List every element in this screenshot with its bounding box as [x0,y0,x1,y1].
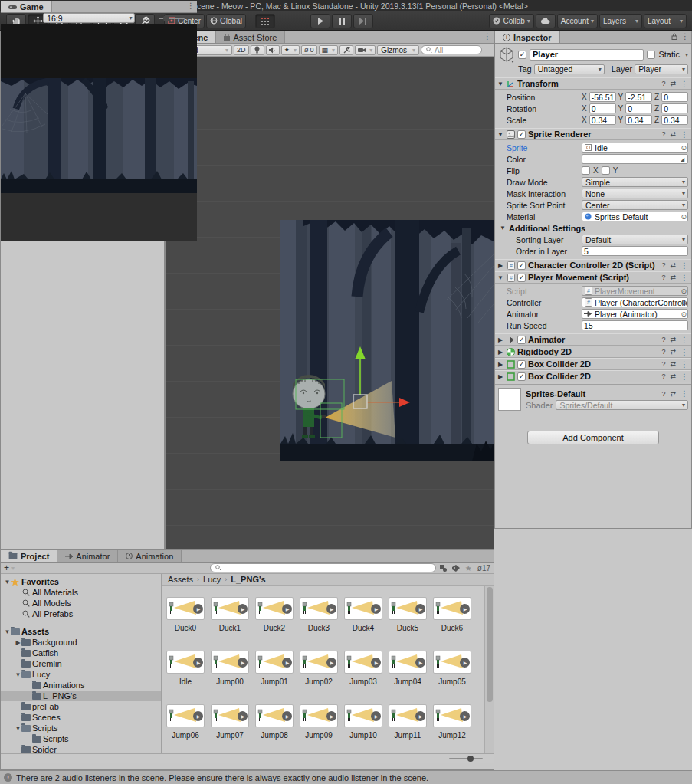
help-icon[interactable]: ? [661,336,665,343]
asset-jump05[interactable]: ▶Jump05 [433,651,471,686]
help-icon[interactable]: ? [661,261,665,269]
tab-project[interactable]: Project [1,550,57,562]
field-order-in-layer[interactable]: 5 [582,246,688,256]
hidden-packages-count[interactable]: ø17 [477,564,490,572]
asset-jump06[interactable]: ▶Jump06 [166,704,205,740]
field-rotation-z[interactable]: 0 [661,103,688,113]
object-field-sprite[interactable]: Idle⊙ [582,143,688,153]
thumbnail-size-slider[interactable] [449,758,483,759]
project-tree-item-all-models[interactable]: All Models [1,598,161,609]
sprite-play-icon[interactable]: ▶ [326,711,336,721]
sprite-play-icon[interactable]: ▶ [238,658,248,668]
help-icon[interactable]: ? [661,372,665,380]
sprite-play-icon[interactable]: ▶ [282,658,292,668]
dropdown-sorting-layer[interactable]: Default [582,235,688,244]
sprite-play-icon[interactable]: ▶ [193,711,203,721]
component-menu-icon[interactable]: ⋮ [681,80,688,88]
component-enabled-checkbox[interactable]: ✓ [517,261,526,270]
project-tree-item-background[interactable]: ▶Background [1,637,161,648]
tab-animator[interactable]: Animator [57,550,118,562]
dropdown-sprite-sort-point[interactable]: Center [582,200,688,210]
project-tree-item-scripts[interactable]: Scripts [1,733,161,744]
help-icon[interactable]: ? [661,274,665,281]
asset-duck3[interactable]: ▶Duck3 [300,597,338,632]
add-component-button[interactable]: Add Component [527,431,659,444]
object-field-controller[interactable]: #Player (CharacterController2D)⊙ [582,297,688,307]
material-preview-swatch[interactable] [498,388,521,411]
object-picker-icon[interactable]: ⊙ [681,287,687,295]
scene-camera-dropdown[interactable]: ▾ [355,45,376,55]
panel-menu-icon[interactable]: ⋮ [187,2,195,10]
project-tree-item-catfish[interactable]: Catfish [1,648,161,658]
layer-dropdown[interactable]: Player [635,64,688,74]
presets-icon[interactable]: ⇄ [670,261,676,269]
flip-x-checkbox[interactable] [582,166,590,175]
asset-jump02[interactable]: ▶Jump02 [300,651,338,686]
asset-jump07[interactable]: ▶Jump07 [211,704,249,740]
project-tree-item-all-materials[interactable]: All Materials [1,587,161,598]
object-picker-icon[interactable]: ⊙ [681,310,687,318]
asset-duck4[interactable]: ▶Duck4 [344,597,382,632]
sprite-play-icon[interactable]: ▶ [326,658,336,668]
audio-toggle-button[interactable] [266,45,280,55]
field-scale-z[interactable]: 0.34 [661,115,688,125]
help-icon[interactable]: ? [661,348,665,356]
presets-icon[interactable]: ⇄ [670,80,676,87]
lighting-toggle-button[interactable] [251,45,264,55]
sprite-play-icon[interactable]: ▶ [460,711,470,721]
effects-dropdown[interactable]: ✦▾ [281,45,300,55]
field-rotation-x[interactable]: 0 [589,103,616,113]
presets-icon[interactable]: ⇄ [670,348,676,356]
grid-visibility-dropdown[interactable]: ▦▾ [319,45,339,55]
component-menu-icon[interactable]: ⋮ [681,336,688,344]
static-dropdown-icon[interactable]: ▾ [685,51,688,58]
play-button[interactable] [310,14,330,28]
field-position-x[interactable]: -56.51 [589,92,616,102]
component-header-box-collider-2d[interactable]: ▶✓Box Collider 2D?⇄⋮ [495,358,691,370]
component-enabled-checkbox[interactable]: ✓ [517,336,526,344]
layout-dropdown[interactable]: Layout▾ [644,14,687,28]
color-field[interactable]: ◢ [582,154,688,164]
space-global-button[interactable]: Global [206,14,246,28]
component-menu-icon[interactable]: ⋮ [681,360,688,369]
help-icon[interactable]: ? [661,80,665,87]
favorites-star-icon[interactable]: ★ [465,564,472,572]
component-header-box-collider-2d[interactable]: ▶✓Box Collider 2D?⇄⋮ [495,370,691,382]
tab-inspector[interactable]: i Inspector [495,31,560,43]
create-asset-button[interactable]: +▾ [4,563,15,573]
tab-asset-store[interactable]: Asset Store [216,31,285,43]
status-bar[interactable]: ! There are 2 audio listeners in the sce… [0,770,692,784]
component-menu-icon[interactable]: ⋮ [681,348,688,356]
project-tree-item-l-png-s[interactable]: L_PNG's [1,691,161,701]
panel-menu-icon[interactable]: ⋮ [681,32,689,41]
asset-jump08[interactable]: ▶Jump08 [255,704,294,740]
presets-icon[interactable]: ⇄ [670,360,676,368]
asset-idle[interactable]: ▶Idle [166,651,205,686]
aspect-ratio-dropdown[interactable]: 16:9 [43,13,135,23]
asset-jump01[interactable]: ▶Jump01 [255,651,294,686]
scale-slider[interactable] [159,18,185,19]
component-menu-icon[interactable]: ⋮ [681,372,688,381]
project-tree-item-scenes[interactable]: Scenes [1,712,161,723]
object-field-animator[interactable]: Player (Animator)⊙ [582,309,688,319]
asset-jump09[interactable]: ▶Jump09 [300,704,338,740]
field-scale-x[interactable]: 0.34 [589,115,616,125]
help-icon[interactable]: ? [661,130,665,138]
gameobject-name-field[interactable]: Player [530,49,644,61]
project-tree-item-gremlin[interactable]: Gremlin [1,658,161,669]
grid-snap-button[interactable] [255,14,275,28]
dropdown-mask-interaction[interactable]: None [582,189,688,198]
asset-jump10[interactable]: ▶Jump10 [344,704,382,740]
asset-jump00[interactable]: ▶Jump00 [211,651,249,686]
field-scale-y[interactable]: 0.34 [625,115,652,125]
lock-icon[interactable] [671,33,677,40]
shader-dropdown[interactable]: Sprites/Default [556,400,688,410]
field-position-z[interactable]: 0 [661,92,688,102]
sprite-play-icon[interactable]: ▶ [282,711,292,721]
sprite-play-icon[interactable]: ▶ [238,604,248,614]
sprite-play-icon[interactable]: ▶ [193,658,203,668]
asset-duck6[interactable]: ▶Duck6 [433,597,471,632]
panel-menu-icon[interactable]: ⋮ [484,32,491,41]
project-tree-item-favorites[interactable]: ▼Favorites [1,576,161,587]
search-by-type-icon[interactable] [439,564,447,572]
